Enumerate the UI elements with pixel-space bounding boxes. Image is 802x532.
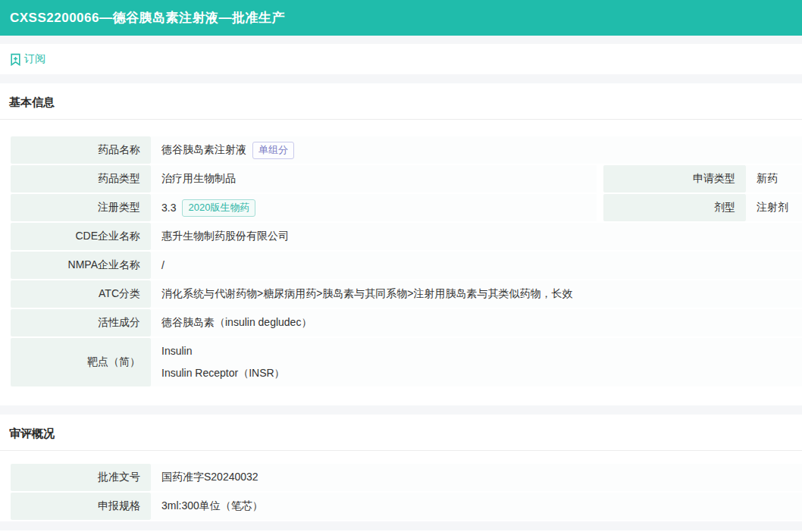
spacer <box>0 388 802 405</box>
review-overview-table: 批准文号 国药准字S20240032 申报规格 3ml:300单位（笔芯） <box>11 464 802 520</box>
table-row-cde-company: CDE企业名称 惠升生物制药股份有限公司 <box>11 223 802 250</box>
row-label: 药品类型 <box>11 165 151 192</box>
target-line: Insulin Receptor（INSR） <box>161 362 285 384</box>
section-title: 基本信息 <box>9 95 55 108</box>
row-value: 惠升生物制药股份有限公司 <box>151 223 802 250</box>
table-row-approval-number: 批准文号 国药准字S20240032 <box>11 464 802 491</box>
table-row-target: 靶点（简） Insulin Insulin Receptor（INSR） <box>11 338 802 386</box>
divider-strip <box>0 405 802 415</box>
row-label: ATC分类 <box>11 280 151 308</box>
page-title-bar: CXSS2200066—德谷胰岛素注射液—批准生产 <box>0 0 802 36</box>
table-row-nmpa-company: NMPA企业名称 / <box>11 252 802 279</box>
row-value: 注射剂 <box>746 194 802 221</box>
row-label: 药品名称 <box>11 136 151 164</box>
divider-strip <box>0 36 802 44</box>
target-line: Insulin <box>161 340 192 362</box>
table-row-registration-type: 注册类型 3.3 2020版生物药 剂型 注射剂 <box>11 194 802 221</box>
page-title: CXSS2200066—德谷胰岛素注射液—批准生产 <box>10 9 285 27</box>
table-row-drug-type: 药品类型 治疗用生物制品 申请类型 新药 <box>11 165 802 192</box>
registration-type-value: 3.3 <box>161 202 176 214</box>
row-label: 批准文号 <box>11 464 151 491</box>
section-header-basic-info: 基本信息 <box>0 83 802 120</box>
subscribe-label: 订阅 <box>24 52 45 66</box>
subscribe-bar: 订阅 <box>0 44 802 74</box>
row-label: 活性成分 <box>11 309 151 336</box>
section-header-review-overview: 审评概况 <box>0 415 802 451</box>
row-value: / <box>151 252 802 279</box>
row-label: NMPA企业名称 <box>11 252 151 279</box>
row-label: 申请类型 <box>603 165 746 192</box>
row-value: 消化系统与代谢药物>糖尿病用药>胰岛素与其同系物>注射用胰岛素与其类似药物，长效 <box>151 280 802 308</box>
row-value: 新药 <box>746 165 802 192</box>
column-gap <box>597 165 603 192</box>
single-component-badge[interactable]: 单组分 <box>252 142 294 159</box>
row-label: 剂型 <box>603 194 746 221</box>
basic-info-table: 药品名称 德谷胰岛素注射液 单组分 药品类型 治疗用生物制品 申请类型 新药 注… <box>11 136 802 386</box>
row-value: 德谷胰岛素注射液 单组分 <box>151 136 802 164</box>
subscribe-button[interactable]: 订阅 <box>9 52 45 66</box>
row-label: CDE企业名称 <box>11 223 151 250</box>
drug-name-value: 德谷胰岛素注射液 <box>161 143 246 157</box>
section-title: 审评概况 <box>9 427 55 440</box>
row-label: 申报规格 <box>11 493 151 520</box>
row-value: 德谷胰岛素（insulin degludec） <box>151 309 802 336</box>
row-value: 3.3 2020版生物药 <box>151 194 597 221</box>
row-label: 注册类型 <box>11 194 151 221</box>
row-label: 靶点（简） <box>11 338 151 386</box>
row-value: Insulin Insulin Receptor（INSR） <box>151 338 802 386</box>
row-value: 3ml:300单位（笔芯） <box>151 493 802 520</box>
table-row-declared-specification: 申报规格 3ml:300单位（笔芯） <box>11 493 802 520</box>
table-row-drug-name: 药品名称 德谷胰岛素注射液 单组分 <box>11 136 802 164</box>
table-row-active-ingredient: 活性成分 德谷胰岛素（insulin degludec） <box>11 309 802 336</box>
bottom-strip <box>0 521 802 530</box>
table-row-atc-classification: ATC分类 消化系统与代谢药物>糖尿病用药>胰岛素与其同系物>注射用胰岛素与其类… <box>11 280 802 308</box>
row-value: 国药准字S20240032 <box>151 464 802 491</box>
bookmark-plus-icon <box>9 53 22 66</box>
biologics-2020-badge[interactable]: 2020版生物药 <box>182 199 255 217</box>
row-value: 治疗用生物制品 <box>151 165 597 192</box>
column-gap <box>597 194 603 221</box>
divider-strip <box>0 74 802 83</box>
